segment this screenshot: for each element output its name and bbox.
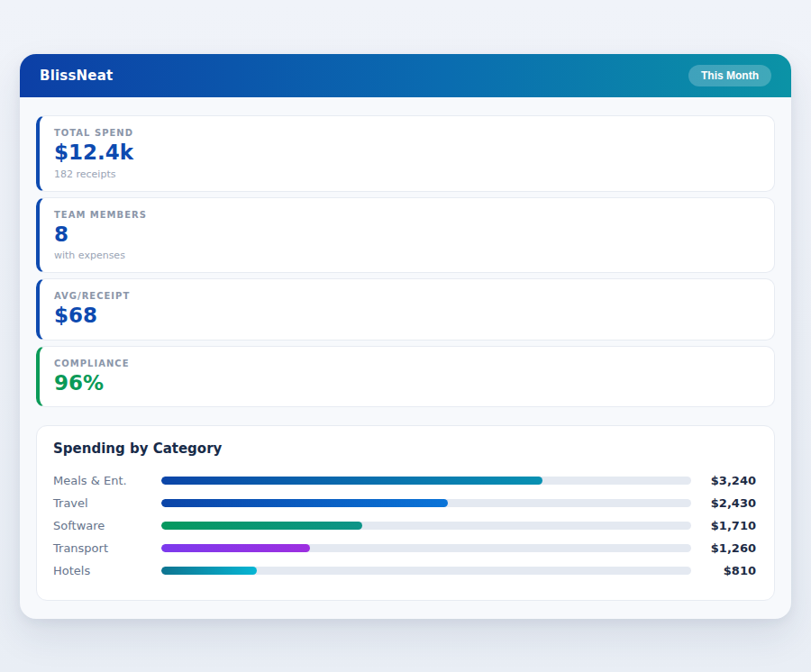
stat-label: TOTAL SPEND <box>54 128 758 138</box>
stat-card: AVG/RECEIPT$68 <box>36 278 775 341</box>
app-header: BlissNeat This Month <box>20 54 791 97</box>
category-label: Hotels <box>53 564 161 577</box>
chart-row: Travel$2,430 <box>53 492 756 514</box>
chart-row: Hotels$810 <box>53 559 756 582</box>
spending-chart-card: Spending by Category Meals & Ent.$3,240T… <box>36 425 775 601</box>
bar-track <box>161 499 691 507</box>
bar-fill <box>161 544 310 552</box>
stat-card: COMPLIANCE96% <box>36 346 775 408</box>
stat-card: TEAM MEMBERS8with expenses <box>36 197 775 274</box>
stat-label: TEAM MEMBERS <box>54 210 758 220</box>
chart-title: Spending by Category <box>53 440 756 457</box>
chart-row: Meals & Ent.$3,240 <box>53 469 756 492</box>
stat-subtext: with expenses <box>54 250 758 261</box>
chart-row: Transport$1,260 <box>53 537 756 559</box>
stat-value: 8 <box>54 222 758 248</box>
category-label: Software <box>53 519 161 532</box>
stat-cards: TOTAL SPEND$12.4k182 receiptsTEAM MEMBER… <box>36 115 775 407</box>
category-value: $2,430 <box>691 496 756 510</box>
category-value: $1,260 <box>691 541 756 555</box>
bar-track <box>161 567 691 575</box>
category-value: $3,240 <box>691 474 756 487</box>
bar-fill <box>161 567 257 575</box>
bar-fill <box>161 522 362 530</box>
stat-card: TOTAL SPEND$12.4k182 receipts <box>36 115 775 192</box>
category-value: $810 <box>691 564 756 577</box>
bar-fill <box>161 499 448 507</box>
stat-value: $12.4k <box>54 141 758 166</box>
category-label: Travel <box>53 496 161 510</box>
stat-value: 96% <box>54 371 758 396</box>
stat-label: AVG/RECEIPT <box>54 291 758 301</box>
chart-row: Software$1,710 <box>53 514 756 537</box>
bar-fill <box>161 477 542 485</box>
chart-rows: Meals & Ent.$3,240Travel$2,430Software$1… <box>53 469 756 582</box>
stat-label: COMPLIANCE <box>54 359 758 368</box>
category-label: Meals & Ent. <box>53 474 161 487</box>
main-content: TOTAL SPEND$12.4k182 receiptsTEAM MEMBER… <box>20 97 791 619</box>
stat-subtext: 182 receipts <box>54 168 758 180</box>
category-value: $1,710 <box>691 519 756 532</box>
bar-track <box>161 477 691 485</box>
app-window: BlissNeat This Month TOTAL SPEND$12.4k18… <box>20 54 791 619</box>
app-title: BlissNeat <box>40 68 113 84</box>
category-label: Transport <box>53 541 161 555</box>
stat-value: $68 <box>54 304 758 329</box>
period-badge[interactable]: This Month <box>688 65 771 86</box>
bar-track <box>161 522 691 530</box>
bar-track <box>161 544 691 552</box>
